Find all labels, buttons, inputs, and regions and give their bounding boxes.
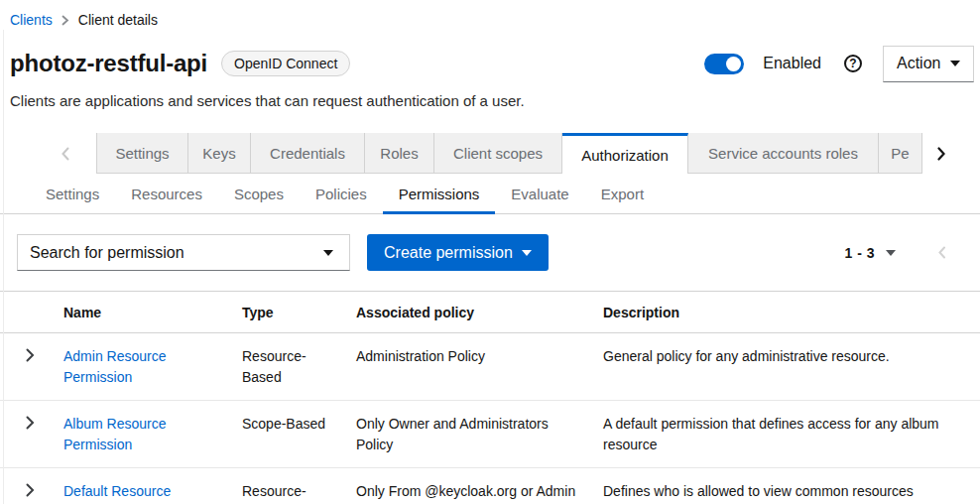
column-header-name: Name	[48, 292, 226, 333]
tab-credentials[interactable]: Credentials	[251, 133, 365, 174]
permission-link[interactable]: Album Resource Permission	[63, 416, 167, 452]
expand-row-icon[interactable]	[26, 483, 35, 497]
permission-link[interactable]: Default Resource Permission	[63, 483, 171, 504]
page-title: photoz-restful-api	[10, 50, 207, 77]
caret-down-icon	[950, 61, 960, 66]
expand-row-icon[interactable]	[26, 348, 35, 362]
subtab-evaluate[interactable]: Evaluate	[495, 174, 584, 213]
pagination-range: 1 - 3	[844, 245, 875, 261]
enabled-label: Enabled	[763, 55, 821, 72]
pagination-prev-icon[interactable]	[937, 246, 946, 259]
subtab-scopes[interactable]: Scopes	[218, 174, 300, 213]
permission-description: General policy for any administrative re…	[587, 333, 980, 401]
tab-settings[interactable]: Settings	[96, 133, 188, 174]
breadcrumb-separator-icon	[61, 15, 69, 26]
expand-row-icon[interactable]	[26, 416, 35, 430]
subtab-settings[interactable]: Settings	[30, 174, 115, 213]
permission-description: Defines who is allowed to view common re…	[587, 468, 980, 504]
subtab-export[interactable]: Export	[585, 174, 660, 213]
column-header-type: Type	[226, 292, 340, 333]
subtab-resources[interactable]: Resources	[115, 174, 218, 213]
search-permission-select[interactable]: Search for permission	[17, 234, 350, 271]
help-icon[interactable]: ?	[844, 55, 862, 72]
toggle-knob-icon	[726, 57, 741, 71]
authorization-subtabs: Settings Resources Scopes Policies Permi…	[0, 174, 980, 214]
column-header-policy: Associated policy	[340, 292, 587, 333]
page-header: photoz-restful-api OpenID Connect Enable…	[10, 45, 974, 82]
caret-down-icon	[886, 250, 896, 256]
create-permission-button[interactable]: Create permission	[367, 234, 549, 271]
tab-permissions-truncated[interactable]: Pe	[879, 133, 922, 174]
subtab-permissions[interactable]: Permissions	[383, 174, 496, 213]
tab-keys[interactable]: Keys	[188, 133, 251, 174]
associated-policy: Only Owner and Administrators Policy	[340, 401, 587, 468]
caret-down-icon	[323, 250, 333, 256]
tabs-scroll-right-icon[interactable]	[922, 133, 980, 174]
tab-service-accounts-roles[interactable]: Service accounts roles	[688, 133, 879, 174]
tab-client-scopes[interactable]: Client scopes	[434, 133, 562, 174]
pagination: 1 - 3	[844, 245, 980, 261]
tabs-scroll-left-icon[interactable]	[0, 133, 96, 174]
expand-column-header	[0, 292, 48, 333]
table-row: Album Resource Permission Scope-Based On…	[0, 401, 980, 468]
tab-roles[interactable]: Roles	[365, 133, 434, 174]
pagination-range-dropdown[interactable]: 1 - 3	[844, 245, 896, 261]
breadcrumb-clients-link[interactable]: Clients	[10, 12, 53, 28]
breadcrumb-current: Client details	[78, 12, 158, 28]
breadcrumb: Clients Client details	[0, 0, 980, 29]
subtab-policies[interactable]: Policies	[300, 174, 383, 213]
tab-authorization[interactable]: Authorization	[562, 133, 688, 174]
search-permission-placeholder: Search for permission	[30, 244, 184, 262]
permission-type: Resource-Based	[226, 333, 340, 401]
permission-link[interactable]: Admin Resource Permission	[63, 348, 167, 385]
associated-policy: Only From @keycloak.org or Admin	[340, 468, 587, 504]
permission-description: A default permission that defines access…	[587, 401, 980, 468]
column-header-description: Description	[587, 292, 980, 333]
permissions-table: Name Type Associated policy Description …	[0, 291, 980, 504]
page-subtitle: Clients are applications and services th…	[10, 92, 970, 109]
action-dropdown-label: Action	[897, 55, 940, 72]
table-row: Default Resource Permission Resource-Bas…	[0, 468, 980, 504]
action-dropdown[interactable]: Action	[883, 46, 974, 82]
permissions-toolbar: Search for permission Create permission …	[0, 234, 980, 271]
enabled-toggle[interactable]	[704, 54, 744, 74]
associated-policy: Administration Policy	[340, 333, 587, 401]
permission-type: Resource-Based	[226, 468, 340, 504]
protocol-badge: OpenID Connect	[221, 51, 350, 77]
main-tabs: Settings Keys Credentials Roles Client s…	[0, 133, 980, 174]
content-left-edge	[3, 30, 4, 504]
caret-down-icon	[522, 250, 532, 256]
permission-type: Scope-Based	[226, 401, 340, 468]
table-row: Admin Resource Permission Resource-Based…	[0, 333, 980, 401]
table-header-row: Name Type Associated policy Description	[0, 292, 980, 333]
